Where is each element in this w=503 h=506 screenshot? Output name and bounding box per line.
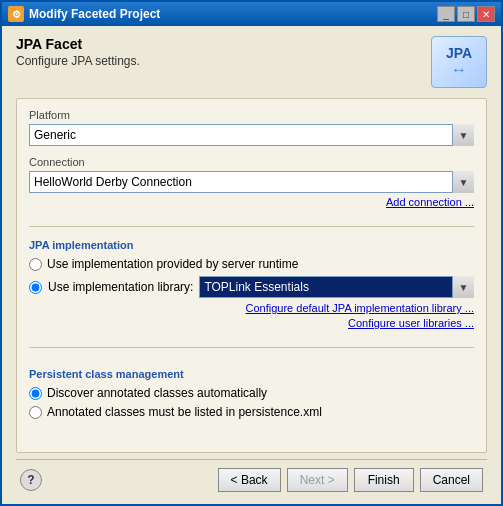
persistent-radio-group: Discover annotated classes automatically… bbox=[29, 386, 474, 419]
persistent-radio-2: Annotated classes must be listed in pers… bbox=[29, 405, 474, 419]
main-window: ⚙ Modify Faceted Project _ □ ✕ JPA Facet… bbox=[0, 0, 503, 506]
library-select-wrapper: TOPLink Essentials ▼ bbox=[199, 276, 474, 298]
configure-user-link[interactable]: Configure user libraries ... bbox=[29, 317, 474, 329]
title-bar-left: ⚙ Modify Faceted Project bbox=[8, 6, 160, 22]
jpa-radio-2-label: Use implementation library: bbox=[48, 280, 193, 294]
jpa-logo-arrow: ↔ bbox=[451, 61, 467, 79]
jpa-links-section: Configure default JPA implementation lib… bbox=[29, 302, 474, 329]
window-title: Modify Faceted Project bbox=[29, 7, 160, 21]
jpa-radio-1: Use implementation provided by server ru… bbox=[29, 257, 474, 271]
persistent-radio-1-label: Discover annotated classes automatically bbox=[47, 386, 267, 400]
platform-label: Platform bbox=[29, 109, 474, 121]
close-button[interactable]: ✕ bbox=[477, 6, 495, 22]
back-button[interactable]: < Back bbox=[218, 468, 281, 492]
platform-select-wrapper: Generic ▼ bbox=[29, 124, 474, 146]
jpa-logo: JPA ↔ bbox=[431, 36, 487, 88]
jpa-radio-1-label: Use implementation provided by server ru… bbox=[47, 257, 298, 271]
footer-left: ? bbox=[20, 469, 42, 491]
divider-2 bbox=[29, 347, 474, 348]
window-icon: ⚙ bbox=[8, 6, 24, 22]
footer-buttons: < Back Next > Finish Cancel bbox=[218, 468, 483, 492]
jpa-radio-2: Use implementation library: TOPLink Esse… bbox=[29, 276, 474, 298]
title-bar: ⚙ Modify Faceted Project _ □ ✕ bbox=[2, 2, 501, 26]
divider-1 bbox=[29, 226, 474, 227]
persistent-title: Persistent class management bbox=[29, 368, 474, 380]
persistent-radio-2-label: Annotated classes must be listed in pers… bbox=[47, 405, 322, 419]
form-section: Platform Generic ▼ Connection HelloWorld… bbox=[16, 98, 487, 453]
footer: ? < Back Next > Finish Cancel bbox=[16, 459, 487, 496]
page-subtitle: Configure JPA settings. bbox=[16, 54, 140, 68]
minimize-button[interactable]: _ bbox=[437, 6, 455, 22]
page-title: JPA Facet bbox=[16, 36, 140, 52]
platform-group: Platform Generic ▼ bbox=[29, 109, 474, 146]
header-text: JPA Facet Configure JPA settings. bbox=[16, 36, 140, 68]
jpa-radio-group: Use implementation provided by server ru… bbox=[29, 257, 474, 298]
persistent-radio-2-input[interactable] bbox=[29, 406, 42, 419]
header-section: JPA Facet Configure JPA settings. JPA ↔ bbox=[16, 36, 487, 88]
platform-select[interactable]: Generic bbox=[29, 124, 474, 146]
content-area: JPA Facet Configure JPA settings. JPA ↔ … bbox=[2, 26, 501, 504]
connection-select[interactable]: HelloWorld Derby Connection bbox=[29, 171, 474, 193]
cancel-button[interactable]: Cancel bbox=[420, 468, 483, 492]
finish-button[interactable]: Finish bbox=[354, 468, 414, 492]
next-button[interactable]: Next > bbox=[287, 468, 348, 492]
persistent-radio-1: Discover annotated classes automatically bbox=[29, 386, 474, 400]
jpa-radio-2-input[interactable] bbox=[29, 281, 42, 294]
connection-label: Connection bbox=[29, 156, 474, 168]
window-controls: _ □ ✕ bbox=[437, 6, 495, 22]
library-select[interactable]: TOPLink Essentials bbox=[199, 276, 474, 298]
connection-select-wrapper: HelloWorld Derby Connection ▼ bbox=[29, 171, 474, 193]
add-connection-link[interactable]: Add connection ... bbox=[29, 196, 474, 208]
jpa-implementation-title: JPA implementation bbox=[29, 239, 474, 251]
maximize-button[interactable]: □ bbox=[457, 6, 475, 22]
persistent-radio-1-input[interactable] bbox=[29, 387, 42, 400]
help-button[interactable]: ? bbox=[20, 469, 42, 491]
jpa-logo-text: JPA bbox=[446, 45, 472, 61]
jpa-implementation-group: JPA implementation Use implementation pr… bbox=[29, 235, 474, 329]
connection-group: Connection HelloWorld Derby Connection ▼… bbox=[29, 156, 474, 208]
configure-default-link[interactable]: Configure default JPA implementation lib… bbox=[29, 302, 474, 314]
jpa-radio-1-input[interactable] bbox=[29, 258, 42, 271]
persistent-section: Persistent class management Discover ann… bbox=[29, 364, 474, 419]
